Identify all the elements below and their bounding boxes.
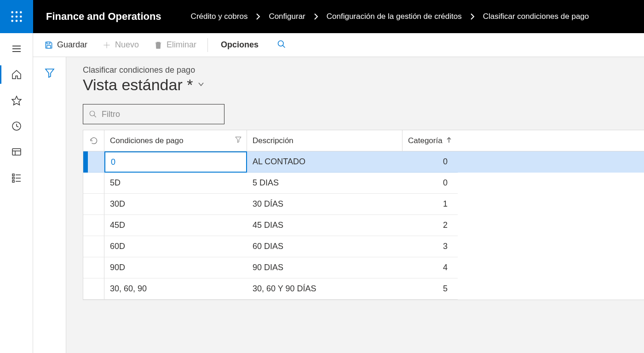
search-icon (89, 110, 97, 118)
nav-recent[interactable] (0, 113, 33, 139)
table-row[interactable]: 0AL CONTADO0 (83, 151, 644, 173)
table-row[interactable]: 30D30 DÍAS1 (83, 194, 644, 215)
star-icon (11, 95, 22, 106)
svg-marker-12 (12, 96, 21, 105)
cell-cond[interactable]: 30, 60, 90 (104, 278, 247, 300)
app-title: Finance and Operations (33, 11, 189, 23)
nav-modules[interactable] (0, 165, 33, 191)
svg-point-0 (11, 11, 13, 13)
svg-point-32 (90, 111, 95, 116)
cell-cond[interactable]: 60D (104, 236, 247, 257)
search-icon (277, 40, 286, 49)
svg-rect-24 (47, 45, 51, 48)
nav-home[interactable] (0, 62, 33, 87)
svg-rect-17 (12, 174, 14, 176)
row-pad (88, 151, 104, 173)
svg-rect-19 (12, 177, 14, 179)
hamburger-button[interactable] (0, 36, 33, 62)
separator (207, 38, 208, 52)
cell-cond[interactable]: 90D (104, 257, 247, 278)
table-row[interactable]: 30, 60, 9030, 60 Y 90 DÍAS5 (83, 278, 644, 300)
cell-cat[interactable]: 4 (402, 257, 458, 278)
grid-refresh[interactable] (83, 130, 104, 151)
cell-desc[interactable]: AL CONTADO (247, 151, 402, 173)
cell-desc[interactable]: 45 DIAS (247, 215, 402, 236)
nav-rail (0, 33, 33, 353)
chevron-down-icon (197, 81, 205, 88)
breadcrumb: Crédito y cobros Configurar Configuració… (189, 12, 591, 21)
table-row[interactable]: 60D60 DIAS3 (83, 236, 644, 257)
col-header-cond[interactable]: Condiciones de pago (104, 130, 247, 151)
svg-point-7 (16, 20, 18, 22)
trash-icon (154, 41, 163, 50)
new-label: Nuevo (115, 40, 139, 50)
data-grid: Condiciones de pago Descripción Categorí… (83, 130, 644, 300)
quick-filter[interactable] (83, 104, 224, 124)
cell-desc[interactable]: 30 DÍAS (247, 194, 402, 215)
save-button[interactable]: Guardar (38, 37, 94, 52)
svg-point-2 (20, 11, 22, 13)
options-button[interactable]: Opciones (213, 37, 267, 52)
page-subtitle: Clasificar condiciones de pago (83, 65, 644, 75)
row-selector[interactable] (83, 215, 104, 236)
row-selector[interactable] (83, 194, 104, 215)
cell-cond[interactable]: 45D (104, 215, 247, 236)
breadcrumb-item[interactable]: Configurar (267, 12, 307, 21)
table-row[interactable]: 5D5 DIAS0 (83, 173, 644, 194)
row-selector[interactable] (83, 257, 104, 278)
app-launcher[interactable] (0, 0, 33, 33)
svg-marker-34 (236, 137, 241, 143)
breadcrumb-item[interactable]: Crédito y cobros (189, 12, 250, 21)
cell-cat[interactable]: 3 (402, 236, 458, 257)
cell-desc[interactable]: 90 DIAS (247, 257, 402, 278)
column-filter-icon[interactable] (235, 136, 242, 145)
table-row[interactable]: 90D90 DIAS4 (83, 257, 644, 278)
cell-cat[interactable]: 0 (402, 151, 458, 173)
cell-cat[interactable]: 0 (402, 173, 458, 194)
cell-cond[interactable]: 30D (104, 194, 247, 215)
cell-desc[interactable]: 60 DIAS (247, 236, 402, 257)
row-selector[interactable] (83, 278, 104, 300)
action-bar: Guardar Nuevo Eliminar Opciones (33, 33, 644, 57)
sort-asc-icon (446, 136, 452, 145)
row-selector[interactable] (83, 173, 104, 194)
filter-icon (44, 67, 55, 78)
col-label: Condiciones de pago (110, 136, 184, 145)
nav-favorites[interactable] (0, 87, 33, 113)
row-selector[interactable] (83, 151, 88, 173)
cell-cat[interactable]: 5 (402, 278, 458, 300)
svg-point-6 (11, 20, 13, 22)
cell-cat[interactable]: 1 (402, 194, 458, 215)
chevron-right-icon (249, 13, 267, 20)
quick-filter-input[interactable] (102, 110, 218, 119)
chevron-right-icon (464, 13, 481, 20)
top-header: Finance and Operations Crédito y cobros … (33, 0, 644, 33)
page-title[interactable]: Vista estándar * (83, 76, 193, 94)
svg-line-30 (283, 45, 285, 47)
search-button[interactable] (269, 37, 294, 53)
nav-workspaces[interactable] (0, 139, 33, 165)
svg-marker-31 (46, 69, 54, 77)
row-selector[interactable] (83, 236, 104, 257)
col-header-desc[interactable]: Descripción (247, 130, 402, 151)
cell-desc[interactable]: 30, 60 Y 90 DÍAS (247, 278, 402, 300)
chevron-right-icon (307, 13, 325, 20)
delete-button[interactable]: Eliminar (147, 37, 203, 52)
cell-cond[interactable]: 5D (104, 173, 247, 194)
cell-cond[interactable]: 0 (104, 151, 247, 173)
cell-desc[interactable]: 5 DIAS (247, 173, 402, 194)
svg-rect-23 (47, 42, 50, 44)
new-button[interactable]: Nuevo (96, 37, 145, 52)
table-row[interactable]: 45D45 DIAS2 (83, 215, 644, 236)
waffle-icon (10, 10, 23, 23)
svg-rect-14 (12, 149, 21, 155)
clock-icon (11, 121, 22, 132)
svg-point-4 (16, 16, 18, 18)
filter-pane-toggle[interactable] (33, 57, 66, 353)
view-dropdown[interactable] (197, 81, 205, 90)
breadcrumb-item[interactable]: Clasificar condiciones de pago (481, 12, 591, 21)
col-label: Descripción (253, 136, 293, 145)
cell-cat[interactable]: 2 (402, 215, 458, 236)
col-header-cat[interactable]: Categoría (402, 130, 458, 151)
breadcrumb-item[interactable]: Configuración de la gestión de créditos (325, 12, 464, 21)
